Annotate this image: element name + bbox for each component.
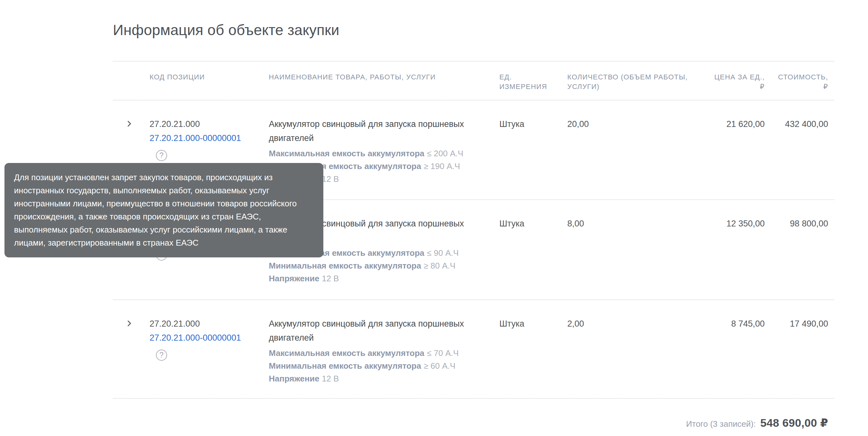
col-header-expand bbox=[113, 72, 150, 100]
characteristic-value: 12 В bbox=[322, 274, 339, 283]
characteristic-value: ≥ 190 А.Ч bbox=[424, 161, 460, 171]
cell-position-code: 27.20.21.000 27.20.21.000-00000001 ? bbox=[150, 317, 269, 398]
col-header-cost-line1: СТОИМОСТЬ, bbox=[765, 72, 828, 82]
chevron-right-icon[interactable] bbox=[125, 319, 133, 328]
characteristic-label: Напряжение bbox=[269, 274, 319, 283]
characteristic-label: Минимальная емкость аккумулятора bbox=[269, 261, 421, 271]
table-header-row: КОД ПОЗИЦИИ НАИМЕНОВАНИЕ ТОВАРА, РАБОТЫ,… bbox=[113, 62, 834, 100]
unit-price-value: 8 745,00 bbox=[699, 317, 765, 398]
col-header-quantity-line1: КОЛИЧЕСТВО (ОБЪЕМ РАБОТЫ, bbox=[567, 72, 699, 82]
chevron-right-icon[interactable] bbox=[125, 120, 133, 128]
ruble-sign: ₽ bbox=[699, 82, 765, 92]
col-header-unit: ЕД. ИЗМЕРЕНИЯ bbox=[497, 72, 567, 100]
characteristic-value: 12 В bbox=[322, 174, 339, 184]
quantity-value: 20,00 bbox=[567, 117, 699, 199]
characteristic-value: 12 В bbox=[322, 374, 339, 383]
characteristic: Минимальная емкость аккумулятора≥ 60 А.Ч bbox=[269, 360, 491, 372]
total-label: Итого (3 записей): bbox=[686, 419, 756, 429]
characteristic: Максимальная емкость аккумулятора≤ 200 А… bbox=[269, 147, 491, 160]
characteristic: Максимальная емкость аккумулятора≤ 70 А.… bbox=[269, 347, 491, 360]
characteristic-value: ≥ 60 А.Ч bbox=[424, 361, 456, 371]
characteristic-label: Минимальная емкость аккумулятора bbox=[269, 361, 421, 371]
cost-value: 17 490,00 bbox=[765, 317, 834, 398]
cost-value: 98 800,00 bbox=[765, 217, 834, 300]
unit-price-value: 12 350,00 bbox=[699, 217, 765, 300]
position-code: 27.20.21.000 bbox=[150, 117, 269, 131]
col-header-cost: СТОИМОСТЬ, ₽ bbox=[765, 72, 834, 100]
quantity-value: 8,00 bbox=[567, 217, 699, 300]
product-name: Аккумулятор свинцовый для запуска поршне… bbox=[269, 317, 491, 345]
col-header-quantity: КОЛИЧЕСТВО (ОБЪЕМ РАБОТЫ, УСЛУГИ) bbox=[567, 72, 699, 100]
help-icon[interactable]: ? bbox=[156, 150, 167, 161]
col-header-quantity-line2: УСЛУГИ) bbox=[567, 82, 699, 92]
position-code: 27.20.21.000 bbox=[150, 317, 269, 331]
position-code-link[interactable]: 27.20.21.000-00000001 bbox=[150, 131, 269, 146]
col-header-position-code: КОД ПОЗИЦИИ bbox=[150, 72, 269, 100]
characteristic-label: Максимальная емкость аккумулятора bbox=[269, 149, 425, 158]
table-row: 27.20.21.000 27.20.21.000-00000001 ? Акк… bbox=[113, 300, 834, 399]
characteristic-label: Напряжение bbox=[269, 374, 319, 383]
characteristic-value: ≥ 80 А.Ч bbox=[424, 261, 456, 271]
characteristic-value: ≤ 90 А.Ч bbox=[427, 248, 459, 258]
col-header-unit-price-line1: ЦЕНА ЗА ЕД., bbox=[699, 72, 765, 82]
characteristic-value: ≤ 70 А.Ч bbox=[427, 348, 459, 358]
unit-price-value: 21 620,00 bbox=[699, 117, 765, 199]
cell-expand bbox=[113, 317, 150, 398]
characteristic: Минимальная емкость аккумулятора≥ 80 А.Ч bbox=[269, 259, 491, 272]
restriction-tooltip: Для позиции установлен запрет закупок то… bbox=[4, 163, 323, 257]
page-title: Информация об объекте закупки bbox=[113, 21, 834, 39]
cell-product-name: Аккумулятор свинцовый для запуска поршне… bbox=[269, 317, 497, 398]
characteristic: Напряжение12 В bbox=[269, 272, 491, 285]
ruble-sign: ₽ bbox=[765, 82, 828, 92]
table-footer: Итого (3 записей): 548 690,00 ₽ bbox=[113, 399, 834, 429]
col-header-unit-price: ЦЕНА ЗА ЕД., ₽ bbox=[699, 72, 765, 100]
position-code-link[interactable]: 27.20.21.000-00000001 bbox=[150, 331, 269, 345]
col-header-product-name: НАИМЕНОВАНИЕ ТОВАРА, РАБОТЫ, УСЛУГИ bbox=[269, 72, 497, 100]
product-name: Аккумулятор свинцовый для запуска поршне… bbox=[269, 117, 491, 145]
unit-value: Штука bbox=[497, 317, 567, 398]
total-value: 548 690,00 ₽ bbox=[760, 416, 828, 429]
characteristic-value: ≤ 200 А.Ч bbox=[427, 149, 463, 158]
characteristic: Напряжение12 В bbox=[269, 372, 491, 385]
characteristic-label: Максимальная емкость аккумулятора bbox=[269, 348, 425, 358]
help-icon[interactable]: ? bbox=[156, 349, 167, 361]
quantity-value: 2,00 bbox=[567, 317, 699, 398]
unit-value: Штука bbox=[497, 217, 567, 300]
col-header-unit-line2: ИЗМЕРЕНИЯ bbox=[499, 82, 567, 92]
cost-value: 432 400,00 bbox=[765, 117, 834, 199]
col-header-unit-line1: ЕД. bbox=[499, 72, 567, 82]
unit-value: Штука bbox=[497, 117, 567, 199]
